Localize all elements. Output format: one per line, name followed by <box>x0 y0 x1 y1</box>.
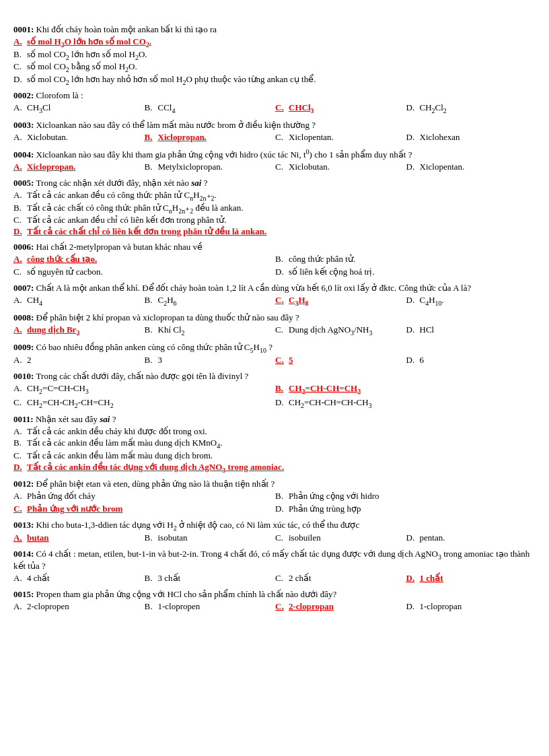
option-label-0008-0: A. <box>13 324 24 335</box>
question-0012: 0012: Để phân biệt etan và eten, dùng ph… <box>13 479 536 515</box>
option-text-0004-2: Xiclobutan. <box>289 162 330 172</box>
option-text-0010-3: CH2=CH-CH=CH-CH3 <box>289 397 372 409</box>
question-number-0008: 0008: <box>13 312 36 322</box>
option-label-0007-0: A. <box>13 295 24 306</box>
question-0008: 0008: Để phân biệt 2 khí propan và xiclo… <box>13 312 536 337</box>
option-0011-1: B.Tất cả các ankin đều làm mất màu dung … <box>13 438 536 450</box>
option-text-0008-2: Dung dịch AgNO3/NH3 <box>289 324 373 337</box>
question-0010: 0010: Trong các chất dưới đây, chất nào … <box>13 371 536 409</box>
option-text-0012-1: Phản ứng cộng với hidro <box>289 491 379 502</box>
option-text-0005-0: Tất cả các ankan đều có công thức phân t… <box>27 190 217 202</box>
option-text-0010-1: CH2=CH-CH=CH2 <box>289 383 361 395</box>
options-0007: A.CH4B.C2H6C.C3H8D.C4H10. <box>13 295 536 308</box>
options-0013: A.butanB.isobutanC.isobuilenD.pentan. <box>13 532 536 544</box>
option-text-0011-0: Tất cả các ankin đều cháy khi được đốt t… <box>27 426 207 437</box>
option-text-0014-0: 4 chất <box>27 573 50 584</box>
option-label-0015-2: C. <box>275 601 286 612</box>
question-0005: 0005: Trong các nhận xét dưới đây, nhận … <box>13 178 536 237</box>
option-label-0008-3: D. <box>406 324 417 335</box>
option-text-0009-0: 2 <box>27 355 32 366</box>
question-0001: 0001: Khi đốt cháy hoàn toàn một ankan b… <box>13 24 536 85</box>
option-label-0009-3: D. <box>406 355 417 366</box>
option-0013-3: D.pentan. <box>406 532 536 543</box>
option-0004-3: D.Xiclopentan. <box>406 162 536 172</box>
option-text-0007-2: C3H8 <box>289 295 309 307</box>
question-0013: 0013: Khi cho buta-1,3-ddien tác dụng vớ… <box>13 520 536 545</box>
option-label-0008-1: B. <box>145 324 155 335</box>
options-0015: A.2-clopropenB.1-clopropenC.2-clopropanD… <box>13 601 536 613</box>
option-text-0013-1: isobutan <box>158 532 188 543</box>
option-label-0010-0: A. <box>13 383 24 394</box>
option-label-0005-3: D. <box>13 226 24 237</box>
option-text-0012-2: Phản ứng với nước brom <box>27 504 122 514</box>
option-0004-1: B.Metylxiclopropan. <box>145 162 274 172</box>
question-0002: 0002: Clorofom là :A.CH3ClB.CCl4C.CHCl3D… <box>13 90 536 115</box>
option-0007-2: C.C3H8 <box>275 295 405 307</box>
option-text-0013-3: pentan. <box>420 532 445 543</box>
option-label-0014-2: C. <box>275 573 286 584</box>
option-label-0007-3: D. <box>406 295 417 306</box>
option-label-0009-1: B. <box>145 355 155 366</box>
option-0014-1: B.3 chất <box>145 573 274 584</box>
option-text-0002-0: CH3Cl <box>27 102 50 114</box>
option-0006-0: A.công thức cấu tạo. <box>13 254 274 265</box>
question-0003: 0003: Xicloankan nào sau đây có thể làm … <box>13 120 536 143</box>
option-0007-0: A.CH4 <box>13 295 143 307</box>
option-text-0014-3: 1 chất <box>420 573 443 584</box>
option-0011-0: A.Tất cả các ankin đều cháy khi được đốt… <box>13 426 536 437</box>
option-label-0014-3: D. <box>406 573 417 584</box>
option-0003-2: C.Xiclopentan. <box>275 132 405 143</box>
option-0001-3: D.số mol CO2 lớn hơn hay nhỏ hơn số mol … <box>13 74 536 86</box>
option-0002-1: B.CCl4 <box>145 102 274 114</box>
option-label-0002-0: A. <box>13 102 24 113</box>
questions-container: 0001: Khi đốt cháy hoàn toàn một ankan b… <box>13 24 536 613</box>
option-0010-3: D.CH2=CH-CH=CH-CH3 <box>275 397 536 409</box>
question-text-0008: Để phân biệt 2 khí propan và xiclopropan… <box>36 312 299 322</box>
option-0005-3: D.Tất cả các chất chỉ có liên kết đơn tr… <box>13 226 536 237</box>
option-0004-0: A.Xiclopropan. <box>13 162 143 172</box>
question-text-0009: Có bao nhiêu đồng phân anken cùng có côn… <box>36 342 272 352</box>
question-text-0001: Khi đốt cháy hoàn toàn một ankan bất kì … <box>36 24 217 34</box>
option-label-0004-3: D. <box>406 162 417 172</box>
question-0009: 0009: Có bao nhiêu đồng phân anken cùng … <box>13 342 536 367</box>
question-number-0003: 0003: <box>13 120 36 130</box>
option-label-0011-3: D. <box>13 462 24 473</box>
option-0007-3: D.C4H10. <box>406 295 536 307</box>
option-label-0008-2: C. <box>275 324 286 335</box>
option-0001-0: A.số mol H2O lớn hơn số mol CO2. <box>13 36 536 48</box>
option-label-0003-1: B. <box>145 132 155 143</box>
question-number-0002: 0002: <box>13 90 36 100</box>
option-text-0007-0: CH4 <box>27 295 42 307</box>
option-0010-2: C.CH2=CH-CH2-CH=CH2 <box>13 397 274 409</box>
question-text-0004: Xicloankan nào sau đây khi tham gia phản… <box>36 149 412 160</box>
option-label-0003-0: A. <box>13 132 24 143</box>
options-0014: A.4 chấtB.3 chấtC.2 chấtD.1 chất <box>13 573 536 584</box>
option-0003-0: A.Xiclobutan. <box>13 132 143 143</box>
question-number-0007: 0007: <box>13 283 36 293</box>
question-text-0010: Trong các chất dưới đây, chất nào được g… <box>36 371 249 381</box>
question-number-0006: 0006: <box>13 242 36 252</box>
option-text-0011-3: Tất cả các ankin đều tác dụng với dung d… <box>27 462 284 474</box>
option-0009-2: C.5 <box>275 355 405 366</box>
option-label-0002-1: B. <box>145 102 155 113</box>
question-0006: 0006: Hai chất 2-metylpropan và butan kh… <box>13 242 536 278</box>
option-label-0006-0: A. <box>13 254 24 265</box>
option-0002-0: A.CH3Cl <box>13 102 143 114</box>
option-0006-3: D.số liên kết cộng hoá trị. <box>275 267 536 277</box>
option-0013-1: B.isobutan <box>145 532 274 543</box>
option-text-0006-0: công thức cấu tạo. <box>27 254 97 265</box>
option-text-0004-3: Xiclopentan. <box>420 162 465 172</box>
options-0012: A.Phản ứng đốt cháyB.Phản ứng cộng với h… <box>13 491 536 515</box>
option-label-0007-2: C. <box>275 295 286 306</box>
option-text-0008-1: Khí Cl2 <box>158 324 185 337</box>
question-text-0014: Có 4 chất : metan, etilen, but-1-in và b… <box>13 549 529 571</box>
option-text-0001-1: số mol CO2 lớn hơn số mol H2O. <box>27 49 147 61</box>
option-label-0001-1: B. <box>13 49 24 60</box>
options-0010: A.CH2=C=CH-CH3B.CH2=CH-CH=CH2C.CH2=CH-CH… <box>13 383 536 409</box>
option-text-0008-3: HCl <box>420 324 435 335</box>
option-text-0001-2: số mol CO2 bằng số mol H2O. <box>27 61 137 73</box>
options-0008: A.dung dịch Br2B.Khí Cl2C.Dung dịch AgNO… <box>13 324 536 337</box>
option-text-0002-3: CH2Cl2 <box>420 102 447 114</box>
option-label-0005-0: A. <box>13 190 24 201</box>
option-0006-2: C.số nguyên tử cacbon. <box>13 267 274 277</box>
